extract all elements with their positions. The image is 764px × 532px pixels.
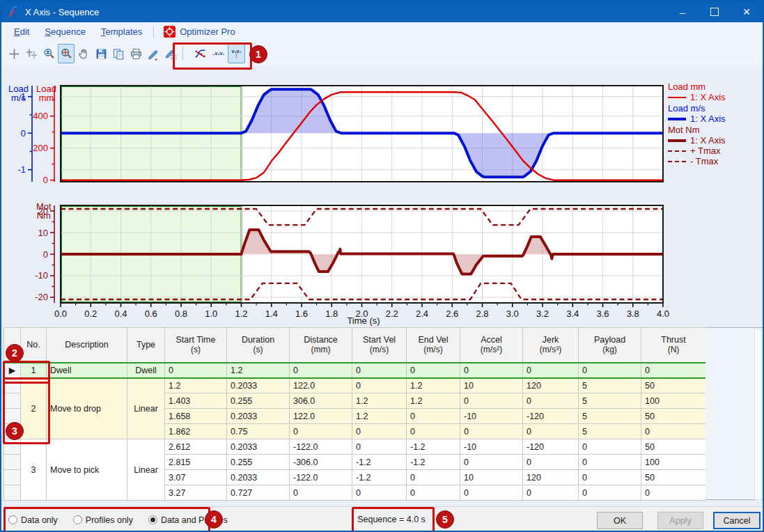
grid-cell[interactable]: 1.2 bbox=[407, 378, 460, 393]
grid-cell[interactable]: -1.2 bbox=[352, 470, 407, 485]
minimize-button[interactable]: – bbox=[666, 1, 699, 22]
edit-pencil-icon[interactable] bbox=[145, 44, 162, 63]
grid-cell[interactable]: -1.2 bbox=[407, 455, 460, 470]
grid-cell[interactable]: 122.0 bbox=[290, 409, 352, 424]
grid-cell[interactable]: 0 bbox=[579, 455, 641, 470]
apply-button[interactable]: Apply bbox=[657, 512, 703, 529]
column-header[interactable]: End Vel(m/s) bbox=[407, 328, 460, 363]
segment-type-cell[interactable]: Dwell bbox=[127, 363, 165, 378]
grid-cell[interactable]: -1.2 bbox=[407, 439, 460, 455]
grid-cell[interactable]: 100 bbox=[641, 455, 706, 470]
grid-cell[interactable]: 120 bbox=[523, 378, 579, 393]
grid-cell[interactable]: -120 bbox=[523, 439, 579, 455]
segment-description-cell[interactable]: Move to drop bbox=[47, 378, 127, 439]
grid-cell[interactable]: -10 bbox=[460, 439, 523, 455]
save-icon[interactable] bbox=[93, 44, 109, 63]
profiles-single-strip-icon[interactable]: ..v₂v₁ bbox=[210, 44, 227, 63]
grid-cell[interactable]: 5 bbox=[579, 424, 641, 439]
grid-cell[interactable]: 0.255 bbox=[227, 455, 290, 470]
maximize-button[interactable] bbox=[699, 1, 731, 22]
row-selector[interactable] bbox=[4, 393, 21, 409]
table-scrollbar[interactable] bbox=[754, 329, 762, 500]
grid-cell[interactable]: 0 bbox=[460, 455, 523, 470]
menu-templates[interactable]: Templates bbox=[98, 25, 145, 38]
grid-cell[interactable]: 0 bbox=[641, 363, 706, 378]
copy-icon[interactable] bbox=[110, 44, 127, 63]
column-header[interactable]: Jerk(m/s³) bbox=[523, 328, 579, 363]
grid-cell[interactable]: 0 bbox=[352, 439, 407, 455]
column-header[interactable]: Thrust(N) bbox=[641, 328, 706, 363]
column-header[interactable]: Description bbox=[47, 328, 127, 363]
grid-cell[interactable]: 0.2033 bbox=[227, 409, 290, 424]
row-selector[interactable] bbox=[4, 378, 21, 393]
grid-cell[interactable]: 0 bbox=[407, 485, 460, 501]
print-icon[interactable] bbox=[127, 44, 144, 63]
grid-cell[interactable]: -306.0 bbox=[290, 455, 352, 470]
grid-cell[interactable]: 0 bbox=[352, 485, 407, 501]
grid-cell[interactable]: 50 bbox=[641, 378, 706, 393]
segment-description-cell[interactable]: Move to pick bbox=[47, 439, 127, 501]
grid-cell[interactable]: 10 bbox=[460, 378, 523, 393]
grid-cell[interactable]: 0 bbox=[407, 363, 460, 378]
grid-cell[interactable]: 1.2 bbox=[352, 409, 407, 424]
grid-cell[interactable]: 0 bbox=[460, 485, 523, 501]
radio-profiles-only[interactable]: Profiles only bbox=[73, 515, 133, 525]
grid-cell[interactable]: 1.2 bbox=[227, 363, 290, 378]
close-button[interactable]: × bbox=[731, 1, 763, 22]
grid-cell[interactable]: 0 bbox=[460, 393, 523, 409]
segment-type-cell[interactable]: Linear bbox=[127, 378, 165, 439]
grid-cell[interactable]: -122.0 bbox=[290, 470, 352, 485]
radio-unselected-icon[interactable] bbox=[73, 515, 82, 524]
grid-cell[interactable]: 5 bbox=[579, 409, 641, 424]
cancel-button[interactable]: Cancel bbox=[713, 512, 761, 529]
column-header[interactable]: Duration(s) bbox=[227, 328, 290, 363]
grid-cell[interactable]: 0 bbox=[523, 393, 579, 409]
row-selector[interactable]: ▶ bbox=[4, 363, 21, 378]
grid-cell[interactable]: -10 bbox=[460, 409, 523, 424]
grid-cell[interactable]: 0.75 bbox=[227, 424, 290, 439]
grid-cell[interactable]: 0 bbox=[352, 378, 407, 393]
grid-cell[interactable]: 2.815 bbox=[165, 455, 227, 470]
grid-cell[interactable]: 0 bbox=[290, 424, 352, 439]
grid-cell[interactable]: 122.0 bbox=[290, 378, 352, 393]
segment-description-cell[interactable]: Dwell bbox=[47, 363, 127, 378]
grid-cell[interactable]: 0 bbox=[407, 470, 460, 485]
profiles-overlay-icon[interactable] bbox=[192, 44, 209, 63]
grid-cell[interactable]: 50 bbox=[641, 470, 706, 485]
radio-selected-icon[interactable] bbox=[148, 515, 157, 524]
zoom-extents-icon[interactable] bbox=[58, 44, 75, 63]
grid-cell[interactable]: 0.2033 bbox=[227, 378, 290, 393]
ok-button[interactable]: OK bbox=[597, 512, 643, 529]
profiles-two-stacked-icon[interactable]: v₂v₁ ⋮ bbox=[228, 44, 245, 63]
grid-cell[interactable]: 0 bbox=[641, 485, 706, 501]
grid-cell[interactable]: 0.255 bbox=[227, 393, 290, 409]
grid-cell[interactable]: 3.07 bbox=[165, 470, 227, 485]
column-header[interactable]: Start Vel(m/s) bbox=[352, 328, 407, 363]
column-header[interactable]: Distance(mm) bbox=[290, 328, 352, 363]
row-selector[interactable] bbox=[4, 409, 21, 424]
grid-cell[interactable]: 0 bbox=[165, 363, 227, 378]
grid-cell[interactable]: 2.612 bbox=[165, 439, 227, 455]
grid-cell[interactable]: 0.2033 bbox=[227, 470, 290, 485]
grid-cell[interactable]: 120 bbox=[523, 470, 579, 485]
pan-hand-icon[interactable] bbox=[75, 44, 92, 63]
grid-cell[interactable]: 0 bbox=[579, 439, 641, 455]
radio-unselected-icon[interactable] bbox=[8, 515, 17, 524]
grid-cell[interactable]: 0 bbox=[523, 485, 579, 501]
grid-cell[interactable]: 0 bbox=[579, 470, 641, 485]
grid-cell[interactable]: 5 bbox=[579, 378, 641, 393]
row-selector[interactable] bbox=[4, 455, 21, 470]
grid-cell[interactable]: 1.2 bbox=[407, 393, 460, 409]
grid-cell[interactable]: 10 bbox=[460, 470, 523, 485]
grid-cell[interactable]: 0 bbox=[460, 424, 523, 439]
torque-profile-plot[interactable]: 20100-10-200.00.20.40.60.81.01.21.41.61.… bbox=[1, 205, 764, 327]
grid-cell[interactable]: 0 bbox=[460, 363, 523, 378]
grid-cell[interactable]: -122.0 bbox=[290, 439, 352, 455]
segment-number-cell[interactable]: 1 bbox=[21, 363, 47, 378]
segment-type-cell[interactable]: Linear bbox=[127, 439, 165, 501]
grid-cell[interactable]: 0 bbox=[290, 485, 352, 501]
menu-edit[interactable]: Edit bbox=[11, 25, 32, 38]
grid-cell[interactable]: 0 bbox=[352, 363, 407, 378]
grid-cell[interactable]: 0 bbox=[579, 485, 641, 501]
cursor-crosshair-icon[interactable] bbox=[6, 44, 22, 63]
